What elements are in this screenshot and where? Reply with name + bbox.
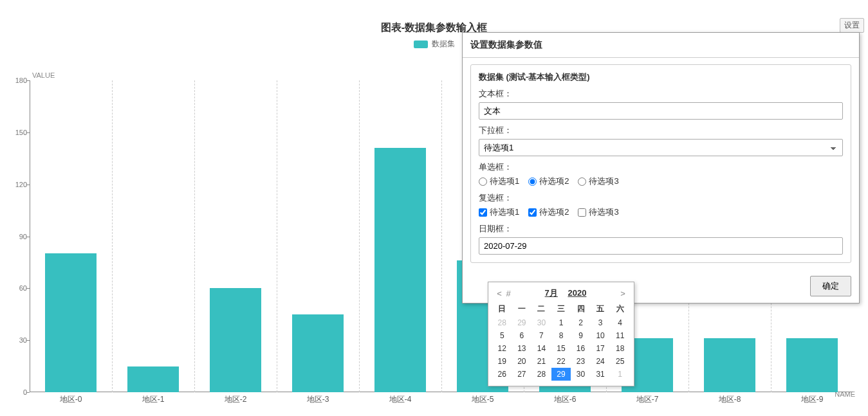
datepicker-week-row: 12131415161718 — [492, 342, 630, 355]
datepicker-day[interactable]: 26 — [492, 368, 512, 381]
datepicker-day[interactable]: 13 — [512, 342, 532, 355]
checkbox-option[interactable]: 待选项3 — [578, 206, 618, 218]
params-dialog: 设置数据集参数值 数据集 (测试-基本输入框类型) 文本框： 下拉框： 待选项1… — [462, 32, 860, 303]
datepicker-day[interactable]: 19 — [492, 355, 512, 368]
datepicker-day[interactable]: 17 — [591, 342, 611, 355]
datepicker-day[interactable]: 1 — [551, 316, 571, 329]
datepicker-day[interactable]: 22 — [551, 355, 571, 368]
datepicker-year[interactable]: 2020 — [568, 288, 586, 298]
datepicker-day[interactable]: 23 — [571, 355, 591, 368]
datepicker-day[interactable]: 12 — [492, 342, 512, 355]
datepicker-day[interactable]: 21 — [531, 355, 551, 368]
dataset-label: 数据集 (测试-基本输入框类型) — [479, 71, 843, 83]
bar[interactable] — [127, 366, 178, 392]
x-tick-label: 地区-7 — [636, 394, 659, 405]
datepicker-day[interactable]: 4 — [610, 316, 630, 329]
datepicker-grid: 日一二三四五六 28293012345678910111213141516171… — [492, 302, 630, 381]
y-tick-mark — [26, 237, 30, 237]
bar[interactable] — [704, 338, 755, 392]
datepicker-month[interactable]: 7月 — [545, 288, 558, 298]
datepicker-day[interactable]: 2 — [571, 316, 591, 329]
x-tick-label: 地区-9 — [801, 394, 824, 405]
radio-group: 待选项1待选项2待选项3 — [479, 176, 843, 187]
bar[interactable] — [292, 314, 343, 392]
datepicker-day[interactable]: 14 — [531, 342, 551, 355]
datepicker-day[interactable]: 7 — [531, 329, 551, 342]
checkbox-label: 待选项3 — [589, 206, 618, 218]
datepicker-day[interactable]: 3 — [591, 316, 611, 329]
weekday-header: 五 — [591, 302, 611, 316]
y-tick-mark — [26, 185, 30, 185]
checkbox-input[interactable] — [528, 208, 537, 217]
weekday-header: 一 — [512, 302, 532, 316]
text-input[interactable] — [479, 102, 843, 120]
x-tick-label: 地区-6 — [554, 394, 577, 405]
datepicker-today-icon[interactable]: # — [504, 289, 513, 298]
x-tick-label: 地区-0 — [60, 394, 82, 405]
text-field-label: 文本框： — [479, 88, 843, 100]
datepicker-day[interactable]: 24 — [591, 355, 611, 368]
weekday-header: 四 — [571, 302, 591, 316]
y-tick-label: 0 — [13, 388, 27, 396]
datepicker-day[interactable]: 30 — [531, 316, 551, 329]
radio-input[interactable] — [479, 177, 487, 186]
datepicker-day[interactable]: 10 — [591, 329, 611, 342]
datepicker-day[interactable]: 16 — [571, 342, 591, 355]
ok-button[interactable]: 确定 — [810, 276, 851, 296]
datepicker-day[interactable]: 18 — [610, 342, 630, 355]
y-axis-line — [30, 80, 30, 392]
checkbox-option[interactable]: 待选项2 — [528, 206, 569, 218]
datepicker-day[interactable]: 8 — [551, 329, 571, 342]
checkbox-input[interactable] — [578, 208, 586, 217]
datepicker-next-icon[interactable]: > — [618, 289, 627, 298]
category-split — [112, 80, 113, 392]
dataset-fieldset: 数据集 (测试-基本输入框类型) 文本框： 下拉框： 待选项1 单选框： 待选项… — [470, 64, 851, 263]
checkbox-input[interactable] — [479, 208, 487, 217]
y-axis-label: VALUE — [32, 71, 55, 79]
datepicker-day[interactable]: 27 — [512, 368, 532, 381]
datepicker-day[interactable]: 6 — [512, 329, 532, 342]
datepicker-day[interactable]: 5 — [492, 329, 512, 342]
weekday-header: 六 — [610, 302, 630, 316]
datepicker-week-row: 2627282930311 — [492, 368, 630, 381]
radio-option[interactable]: 待选项1 — [479, 176, 519, 187]
datepicker-day[interactable]: 31 — [591, 368, 611, 381]
datepicker-day[interactable]: 29 — [512, 316, 532, 329]
datepicker-day[interactable]: 11 — [610, 329, 630, 342]
x-tick-label: 地区-8 — [719, 394, 741, 405]
radio-input[interactable] — [528, 177, 537, 186]
category-split — [277, 80, 277, 392]
datepicker-day[interactable]: 29 — [551, 368, 571, 381]
bar[interactable] — [786, 338, 837, 392]
bar[interactable] — [45, 253, 96, 392]
datepicker-day[interactable]: 9 — [571, 329, 591, 342]
x-tick-label: 地区-2 — [225, 394, 247, 405]
datepicker-day[interactable]: 30 — [571, 368, 591, 381]
bar[interactable] — [374, 148, 425, 392]
x-tick-label: 地区-4 — [389, 394, 412, 405]
select-input[interactable]: 待选项1 — [479, 139, 843, 156]
y-tick-label: 180 — [13, 77, 27, 84]
radio-option[interactable]: 待选项2 — [528, 176, 569, 187]
y-tick-mark — [26, 340, 30, 341]
datepicker-day[interactable]: 28 — [531, 368, 551, 381]
datepicker-week-row: 19202122232425 — [492, 355, 630, 368]
y-tick-mark — [26, 80, 30, 81]
weekday-header: 二 — [531, 302, 551, 316]
radio-option[interactable]: 待选项3 — [578, 176, 618, 187]
y-tick-mark — [26, 132, 30, 133]
datepicker-day[interactable]: 1 — [610, 368, 630, 381]
legend-swatch-icon — [414, 41, 428, 48]
datepicker-day[interactable]: 25 — [610, 355, 630, 368]
bar[interactable] — [210, 288, 261, 392]
datepicker-day[interactable]: 15 — [551, 342, 571, 355]
radio-input[interactable] — [578, 177, 586, 186]
datepicker-day[interactable]: 20 — [512, 355, 532, 368]
checkbox-option[interactable]: 待选项1 — [479, 206, 519, 218]
datepicker-week-row: 567891011 — [492, 329, 630, 342]
datepicker-day[interactable]: 28 — [492, 316, 512, 329]
date-field-label: 日期框： — [479, 223, 843, 235]
date-input[interactable] — [479, 237, 843, 255]
datepicker-prev-icon[interactable]: < — [495, 289, 504, 298]
checkbox-field-label: 复选框： — [479, 192, 843, 204]
